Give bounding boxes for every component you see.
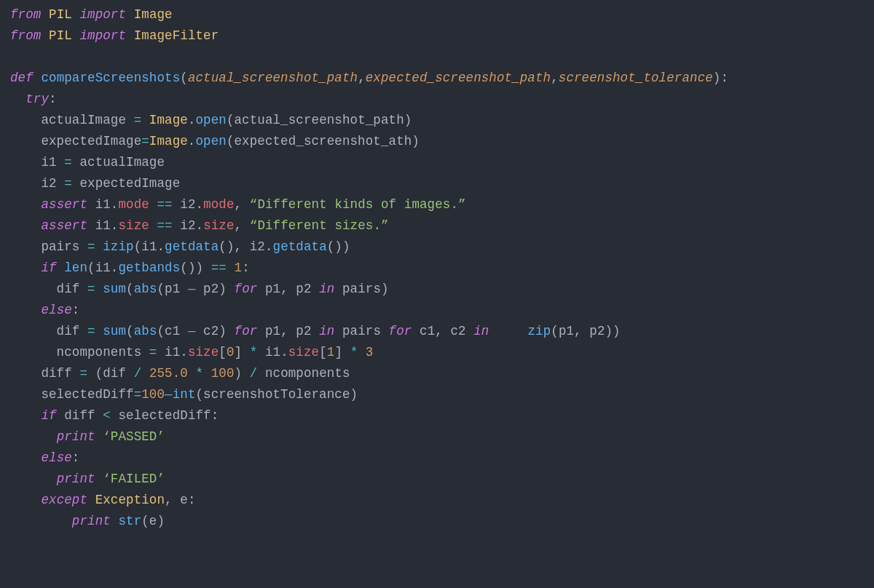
code-token: , <box>235 218 250 233</box>
code-token: , e: <box>165 493 195 507</box>
code-token: from <box>10 7 41 22</box>
code-token: / <box>250 366 258 381</box>
code-token: selectedDiff <box>10 387 134 402</box>
code-token: if <box>41 261 56 275</box>
code-token <box>95 282 103 296</box>
code-editor[interactable]: from PIL import Image from PIL import Im… <box>0 0 874 532</box>
code-token: i1. <box>157 345 187 359</box>
code-token: izip <box>103 239 133 254</box>
code-token: (e) <box>141 514 165 528</box>
code-token <box>10 303 41 317</box>
code-token: assert <box>41 197 87 212</box>
code-token: (p1 <box>157 282 187 296</box>
code-token: screenshot_tolerance <box>559 71 713 85</box>
code-token: len <box>64 261 87 275</box>
code-token: ‘FAILED’ <box>103 472 165 486</box>
code-token: . <box>188 113 196 127</box>
code-token <box>95 429 103 444</box>
code-token: = <box>79 366 87 381</box>
code-token <box>10 429 57 444</box>
code-token: in <box>319 282 334 296</box>
code-token: i1. <box>257 345 288 359</box>
code-token: expectedImage <box>10 134 141 148</box>
code-token: : <box>72 303 80 317</box>
code-token: == <box>157 197 173 212</box>
code-token <box>10 218 41 233</box>
code-token <box>57 261 65 275</box>
code-token: = <box>134 113 142 127</box>
code-token: (i1. <box>87 261 118 275</box>
code-token: 100 <box>211 366 235 381</box>
code-token <box>72 28 80 43</box>
code-token: except <box>41 493 87 507</box>
code-token <box>10 92 25 106</box>
code-token: c1, c2 <box>412 324 473 338</box>
code-token: try <box>25 92 49 106</box>
code-token: import <box>79 28 126 43</box>
code-token: ): <box>713 71 728 85</box>
code-token: actualImage <box>10 113 134 127</box>
code-token <box>95 239 103 254</box>
code-token: = <box>87 239 95 254</box>
code-token <box>10 261 41 275</box>
code-token: print <box>57 429 95 444</box>
code-token: 255.0 <box>149 366 188 381</box>
code-token: — <box>188 324 196 338</box>
code-token: i1. <box>87 197 118 212</box>
code-token: (actual_screenshot_path) <box>227 113 412 127</box>
code-token <box>87 493 95 507</box>
code-token <box>149 218 157 233</box>
code-token: , <box>358 71 366 85</box>
code-token: sum <box>103 324 126 338</box>
code-token <box>41 7 49 22</box>
code-token <box>188 366 196 381</box>
code-token: : <box>72 450 80 465</box>
code-token: dif <box>10 324 87 338</box>
code-token: actualImage <box>72 155 165 170</box>
code-token <box>10 472 57 486</box>
code-token: p1, p2 <box>257 324 319 338</box>
code-token: diff <box>10 366 79 381</box>
code-token: ImageFilter <box>134 28 219 43</box>
code-token <box>141 366 149 381</box>
code-token: abs <box>134 324 157 338</box>
code-token: Image <box>149 113 188 127</box>
code-token: (dif <box>87 366 134 381</box>
code-token: ( <box>126 282 134 296</box>
code-token: mode <box>118 197 149 212</box>
code-token: diff <box>57 408 103 423</box>
code-token: size <box>203 218 234 233</box>
code-token: i2 <box>10 176 64 191</box>
code-token: in <box>473 324 489 338</box>
code-token: (c1 <box>157 324 187 338</box>
code-token: str <box>118 514 141 528</box>
code-token: / <box>134 366 142 381</box>
code-token: . <box>188 134 196 148</box>
code-token <box>149 197 157 212</box>
code-token: for <box>235 282 258 296</box>
code-token: (i1. <box>134 239 165 254</box>
code-token: i2. <box>173 218 203 233</box>
code-token <box>34 71 42 85</box>
code-token: open <box>195 113 226 127</box>
code-token: * <box>196 366 204 381</box>
code-token: 1 <box>235 261 243 275</box>
code-token <box>141 113 149 127</box>
code-token: Image <box>134 7 173 22</box>
code-token: dif <box>10 282 87 296</box>
code-token: sum <box>103 282 126 296</box>
code-token: else <box>41 450 71 465</box>
code-token: Exception <box>95 493 165 507</box>
code-token: “Different kinds of images.” <box>250 197 466 212</box>
code-token: print <box>72 514 111 528</box>
code-token: — <box>188 282 196 296</box>
code-token <box>358 345 366 359</box>
code-token <box>111 514 119 528</box>
code-token: < <box>103 408 111 423</box>
code-token: actual_screenshot_path <box>188 71 358 85</box>
code-token: (), i2. <box>219 239 272 254</box>
code-token: = <box>134 387 142 402</box>
code-token: def <box>10 71 34 85</box>
code-token: in <box>319 324 334 338</box>
code-token: Image <box>149 134 188 148</box>
